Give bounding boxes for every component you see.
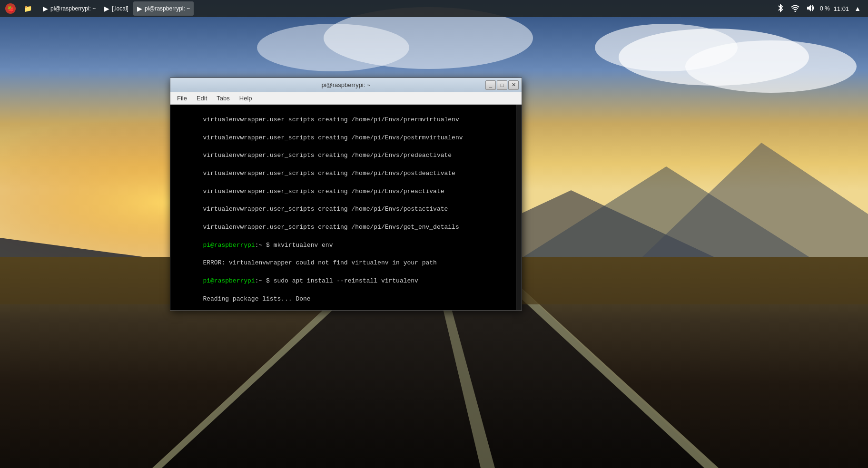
terminal-titlebar: pi@raspberrypi: ~ _ □ ✕ <box>170 78 522 92</box>
svg-marker-17 <box>0 238 143 257</box>
term-line-7: virtualenvwrapper.user_scripts creating … <box>203 224 459 231</box>
svg-marker-21 <box>807 5 811 11</box>
volume-svg <box>806 4 815 12</box>
volume-icon[interactable] <box>805 3 816 14</box>
terminal-scrollbar[interactable] <box>516 105 522 310</box>
taskbar-terminal3-button[interactable]: ▶ pi@raspberrypi: ~ <box>133 1 194 16</box>
trash-icon-image <box>17 21 40 47</box>
term-prompt2: pi@raspberrypi <box>203 277 255 284</box>
term-line-4: virtualenvwrapper.user_scripts creating … <box>203 170 455 177</box>
term-line-2: virtualenvwrapper.user_scripts creating … <box>203 134 463 141</box>
term-prompt2-suffix: :~ $ <box>255 277 274 284</box>
wifi-icon[interactable] <box>789 3 801 14</box>
terminal1-label: pi@raspberrypi: ~ <box>50 5 96 12</box>
term-prompt1: pi@raspberrypi <box>203 242 255 249</box>
term-line-3: virtualenvwrapper.user_scripts creating … <box>203 152 452 159</box>
term-error: ERROR: virtualenvwrapper could not find … <box>203 259 436 266</box>
tray-arrow-icon[interactable]: ▲ <box>853 4 862 13</box>
taskbar-terminal2-button[interactable]: ▶ [.local] <box>100 1 132 16</box>
terminal-minimize-button[interactable]: _ <box>485 80 496 90</box>
svg-point-5 <box>257 24 409 71</box>
svg-rect-25 <box>24 23 33 25</box>
terminal-content[interactable]: virtualenvwrapper.user_scripts creating … <box>170 105 516 310</box>
svg-text:🍓: 🍓 <box>7 5 14 12</box>
term-cmd1: mkvirtualenv env <box>274 242 333 249</box>
system-clock: 11:01 <box>834 5 849 12</box>
taskbar-right: 0 % 11:01 ▲ <box>775 3 866 15</box>
svg-point-3 <box>685 40 857 93</box>
taskbar-terminal1-button[interactable]: ▶ pi@raspberrypi: ~ <box>39 1 99 16</box>
trash-label: Trash <box>21 49 36 56</box>
terminal2-icon: ▶ <box>104 5 109 12</box>
bluetooth-icon[interactable] <box>775 3 786 15</box>
battery-indicator: 0 % <box>820 5 830 12</box>
term-out-1: Reading package lists... Done <box>203 295 310 302</box>
trash-desktop-icon[interactable]: Trash <box>10 21 48 56</box>
svg-point-1 <box>619 29 809 86</box>
terminal-menu-edit[interactable]: Edit <box>192 94 212 103</box>
terminal-menubar: File Edit Tabs Help <box>170 92 522 105</box>
rpi-menu-button[interactable]: 🍓 <box>2 1 19 16</box>
desktop: 🍓 📁 ▶ pi@raspberrypi: ~ ▶ [.local] ▶ pi@… <box>0 0 868 468</box>
term-line-1: virtualenvwrapper.user_scripts creating … <box>203 116 459 123</box>
filemanager-icon: 📁 <box>24 5 32 12</box>
svg-rect-13 <box>487 257 868 304</box>
terminal1-icon: ▶ <box>43 5 48 12</box>
term-cmd2: sudo apt install --reinstall virtualenv <box>274 277 418 284</box>
term-prompt1-suffix: :~ $ <box>255 242 274 249</box>
terminal-maximize-button[interactable]: □ <box>497 80 507 90</box>
terminal-window-controls: _ □ ✕ <box>485 80 519 90</box>
terminal3-label: pi@raspberrypi: ~ <box>145 5 190 12</box>
rpi-logo-icon: 🍓 <box>5 3 16 14</box>
terminal-menu-tabs[interactable]: Tabs <box>212 94 234 103</box>
trash-svg <box>17 21 40 44</box>
wifi-svg <box>791 4 799 12</box>
terminal-menu-help[interactable]: Help <box>235 94 257 103</box>
svg-rect-26 <box>20 27 37 28</box>
terminal2-label: [.local] <box>112 5 128 12</box>
svg-marker-16 <box>642 143 868 257</box>
term-line-5: virtualenvwrapper.user_scripts creating … <box>203 188 444 195</box>
taskbar-left: 🍓 📁 ▶ pi@raspberrypi: ~ ▶ [.local] ▶ pi@… <box>2 1 775 16</box>
svg-marker-15 <box>523 166 809 257</box>
terminal-body[interactable]: virtualenvwrapper.user_scripts creating … <box>170 105 522 310</box>
bluetooth-svg <box>777 4 784 12</box>
taskbar: 🍓 📁 ▶ pi@raspberrypi: ~ ▶ [.local] ▶ pi@… <box>0 0 868 17</box>
svg-point-20 <box>794 10 796 12</box>
svg-point-2 <box>595 24 738 71</box>
terminal-menu-file[interactable]: File <box>172 94 192 103</box>
term-line-6: virtualenvwrapper.user_scripts creating … <box>203 205 448 213</box>
terminal-title: pi@raspberrypi: ~ <box>321 81 370 88</box>
terminal-close-button[interactable]: ✕ <box>508 80 519 90</box>
taskbar-filemanager-button[interactable]: 📁 <box>20 1 38 16</box>
terminal-window: pi@raspberrypi: ~ _ □ ✕ File Edit Tabs H… <box>170 78 522 311</box>
terminal3-icon: ▶ <box>137 5 142 12</box>
